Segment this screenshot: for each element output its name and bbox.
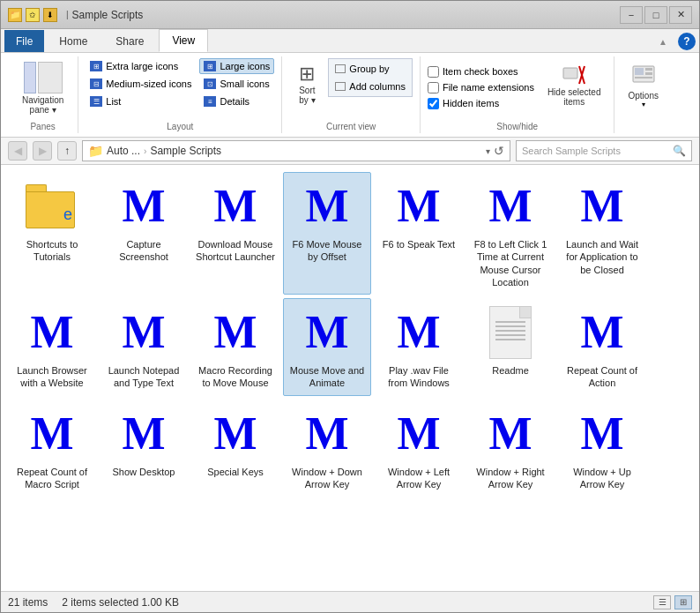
file-item[interactable]: e Shortcuts to Tutorials	[8, 172, 96, 295]
macro-icon-large: M	[574, 406, 630, 462]
file-name-extensions-label: File name extensions	[443, 82, 534, 93]
tab-file[interactable]: File	[4, 30, 44, 52]
file-item[interactable]: M Mouse Move and Animate	[283, 298, 371, 396]
forward-button[interactable]: ▶	[33, 141, 52, 161]
hidden-items-label: Hidden items	[443, 98, 499, 108]
file-item[interactable]: M Play .wav File from Windows	[375, 298, 463, 396]
extra-large-icon: ⊞	[90, 61, 102, 71]
quick-access-icon1[interactable]: ✩	[26, 8, 40, 22]
quick-access-icon2[interactable]: ⬇	[43, 8, 57, 22]
hidden-items-row: Hidden items	[428, 98, 534, 109]
svg-rect-7	[635, 77, 652, 78]
file-item[interactable]: M Download Mouse Shortcut Launcher	[191, 172, 279, 295]
current-view-buttons: ⊞ Sortby ▾ Group by Add columns	[289, 58, 413, 109]
up-button[interactable]: ↑	[57, 141, 77, 161]
hide-selected-col: Hide selecteditems	[541, 58, 607, 118]
breadcrumb-current[interactable]: Sample Scripts	[150, 145, 221, 157]
large-icons-label: Large icons	[220, 61, 270, 71]
large-icon: ⊞	[204, 61, 216, 71]
maximize-button[interactable]: □	[644, 6, 667, 24]
extra-large-label: Extra large icons	[106, 61, 178, 71]
minimize-button[interactable]: −	[620, 6, 643, 24]
titlebar-title: Sample Scripts	[72, 9, 620, 21]
layout-left-col: ⊞ Extra large icons ⊟ Medium-sized icons…	[86, 58, 196, 118]
small-icons-btn[interactable]: ⊡ Small icons	[199, 76, 274, 92]
file-item[interactable]: M Window + Left Arrow Key	[375, 400, 463, 497]
macro-icon-large: M	[115, 304, 172, 361]
macro-icon-large: M	[207, 178, 264, 235]
macro-icon-large: M	[115, 406, 172, 462]
file-name-extensions-checkbox[interactable]	[428, 82, 439, 93]
file-item[interactable]: M Launch and Wait for Application to be …	[558, 172, 646, 295]
file-item[interactable]: M Show Desktop	[100, 400, 188, 497]
file-area: e Shortcuts to Tutorials M Capture Scree…	[1, 165, 699, 591]
list-icon: ☰	[90, 96, 102, 107]
details-icon: ≡	[204, 96, 216, 107]
add-columns-btn[interactable]: Add columns	[331, 78, 410, 94]
file-item[interactable]: M Window + Right Arrow Key	[466, 400, 555, 497]
group-by-btn[interactable]: Group by	[331, 61, 410, 77]
options-button[interactable]: Options ▾	[622, 58, 664, 113]
help-button[interactable]: ?	[678, 33, 696, 50]
search-bar[interactable]: Search Sample Scripts 🔍	[516, 140, 692, 161]
titlebar-separator: |	[66, 10, 69, 19]
file-item-label: Download Mouse Shortcut Launcher	[196, 238, 275, 264]
titlebar-controls: − □ ✕	[620, 6, 692, 24]
tab-view[interactable]: View	[159, 29, 208, 52]
file-item[interactable]: M Launch Browser with a Website	[8, 298, 96, 396]
back-button[interactable]: ◀	[8, 141, 27, 161]
macro-icon-large: M	[299, 178, 355, 235]
sort-by-button[interactable]: ⊞ Sortby ▾	[289, 58, 324, 109]
close-button[interactable]: ✕	[669, 6, 692, 24]
item-checkboxes-label: Item check boxes	[443, 66, 518, 77]
macro-icon-large: M	[299, 304, 355, 361]
extra-large-icons-btn[interactable]: ⊞ Extra large icons	[86, 58, 196, 74]
file-item[interactable]: M Window + Down Arrow Key	[283, 400, 371, 497]
layout-buttons: ⊞ Extra large icons ⊟ Medium-sized icons…	[86, 58, 274, 118]
sort-by-label: Sortby ▾	[299, 86, 315, 105]
file-item-label: Special Keys	[207, 466, 264, 478]
hide-selected-button[interactable]: Hide selecteditems	[541, 58, 607, 111]
file-item[interactable]: M Special Keys	[191, 400, 279, 497]
navigation-pane-button[interactable]: Navigationpane ▾	[15, 58, 71, 118]
address-dropdown-btn[interactable]: ▾	[486, 146, 490, 156]
file-item[interactable]: M Repeat Count of Macro Script	[8, 400, 96, 497]
file-item[interactable]: M F8 to Left Click 1 Time at Current Mou…	[466, 172, 555, 295]
item-checkboxes-checkbox[interactable]	[428, 66, 439, 78]
file-item-label: Window + Left Arrow Key	[379, 466, 458, 491]
large-icons-btn[interactable]: ⊞ Large icons	[199, 58, 274, 74]
file-item[interactable]: M F6 Move Mouse by Offset	[283, 172, 371, 295]
selected-info: 2 items selected 1.00 KB	[62, 596, 179, 609]
file-item-label: Launch Notepad and Type Text	[104, 364, 183, 390]
large-view-btn[interactable]: ⊞	[674, 595, 692, 609]
panes-label: Panes	[15, 118, 71, 131]
details-btn[interactable]: ≡ Details	[199, 93, 274, 109]
details-label: Details	[220, 96, 249, 107]
list-view-btn[interactable]: ☰	[653, 595, 671, 609]
file-item[interactable]: M Repeat Count of Action	[558, 298, 646, 396]
address-bar[interactable]: 📁 Auto ... › Sample Scripts ▾ ↺	[82, 140, 510, 161]
breadcrumb-auto[interactable]: Auto ...	[107, 145, 140, 157]
hidden-items-checkbox[interactable]	[428, 98, 439, 109]
tab-home[interactable]: Home	[46, 30, 101, 52]
list-btn[interactable]: ☰ List	[86, 93, 196, 109]
svg-rect-0	[563, 68, 577, 78]
collapse-ribbon-btn[interactable]: ▲	[659, 37, 667, 47]
medium-icons-btn[interactable]: ⊟ Medium-sized icons	[86, 76, 196, 92]
macro-icon-large: M	[482, 178, 539, 235]
file-item[interactable]: M F6 to Speak Text	[375, 172, 463, 295]
file-item[interactable]: M Capture Screenshot	[100, 172, 188, 295]
file-item-label: Repeat Count of Action	[562, 364, 642, 390]
file-item[interactable]: M Window + Up Arrow Key	[558, 400, 646, 497]
options-label: Options	[628, 91, 658, 101]
file-item-label: Play .wav File from Windows	[379, 364, 458, 390]
address-refresh-btn[interactable]: ↺	[494, 144, 504, 158]
tab-share[interactable]: Share	[102, 30, 157, 52]
file-item[interactable]: M Launch Notepad and Type Text	[100, 298, 188, 396]
file-item[interactable]: M Macro Recording to Move Mouse	[191, 298, 279, 396]
file-item-label: F8 to Left Click 1 Time at Current Mouse…	[471, 238, 550, 288]
file-item[interactable]: Readme	[466, 298, 555, 396]
group-by-label: Group by	[349, 64, 389, 74]
macro-icon-large: M	[574, 178, 630, 235]
statusbar-info: 21 items 2 items selected 1.00 KB	[8, 596, 653, 609]
